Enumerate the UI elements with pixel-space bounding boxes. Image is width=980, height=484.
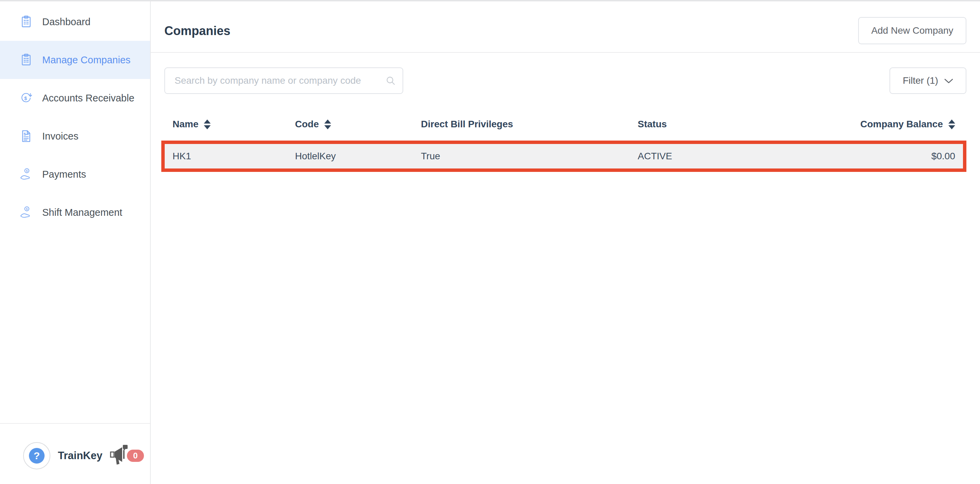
page-title: Companies	[164, 24, 231, 38]
announcements-widget[interactable]: 0	[110, 445, 144, 466]
sort-icon[interactable]	[324, 119, 331, 129]
top-divider	[0, 0, 980, 2]
sort-icon[interactable]	[948, 119, 955, 129]
sidebar-item-label: Invoices	[42, 131, 78, 142]
sidebar-item-label: Manage Companies	[42, 54, 130, 66]
main-content: Companies Add New Company Filter (1)	[151, 2, 980, 484]
filter-button[interactable]: Filter (1)	[889, 67, 966, 94]
sidebar-item-payments[interactable]: $ Payments	[0, 155, 150, 193]
table-header-row: Name Code Direct Bill Privileges Status …	[161, 114, 966, 135]
annotation-highlight-box: HK1 HotlelKey True ACTIVE $0.00	[161, 140, 966, 172]
cell-direct-bill-privileges: True	[421, 151, 638, 162]
trainkey-brand-label: TrainKey	[58, 450, 102, 462]
table-row-hk1[interactable]: HK1 HotlelKey True ACTIVE $0.00	[165, 144, 963, 169]
column-header-company-balance[interactable]: Company Balance	[832, 119, 955, 130]
sidebar-item-invoices[interactable]: $ Invoices	[0, 117, 150, 155]
sidebar-item-label: Accounts Receivable	[42, 92, 134, 104]
svg-text:$: $	[24, 96, 27, 101]
column-label: Status	[638, 119, 667, 130]
column-header-code[interactable]: Code	[295, 119, 421, 130]
companies-table: Name Code Direct Bill Privileges Status …	[161, 114, 966, 172]
hand-coin-icon: $	[20, 206, 33, 219]
cell-company-balance: $0.00	[832, 151, 955, 162]
column-header-status: Status	[638, 119, 832, 130]
clipboard-list-icon	[20, 53, 33, 66]
column-label: Name	[172, 119, 198, 130]
column-label: Code	[295, 119, 319, 130]
clipboard-list-icon	[20, 15, 33, 28]
megaphone-icon	[110, 445, 129, 466]
cell-status: ACTIVE	[638, 151, 832, 162]
sort-icon[interactable]	[204, 119, 211, 129]
cell-name: HK1	[172, 151, 295, 162]
svg-text:$: $	[26, 169, 28, 173]
sidebar-item-dashboard[interactable]: Dashboard	[0, 3, 150, 41]
hand-coin-icon: $	[20, 168, 33, 181]
chevron-down-icon	[944, 75, 953, 86]
search-icon	[385, 76, 396, 87]
toolbar: Filter (1)	[151, 67, 980, 94]
column-header-name[interactable]: Name	[172, 119, 295, 130]
sidebar-item-shift-management[interactable]: $ Shift Management	[0, 193, 150, 231]
sidebar-item-label: Dashboard	[42, 16, 91, 27]
cell-code: HotlelKey	[295, 151, 421, 162]
add-new-company-button[interactable]: Add New Company	[858, 17, 966, 44]
svg-text:$: $	[24, 132, 26, 136]
invoice-document-icon: $	[20, 130, 33, 143]
filter-label: Filter (1)	[903, 75, 938, 86]
sidebar-item-manage-companies[interactable]: Manage Companies	[0, 41, 150, 79]
sidebar-nav: Dashboard Manage Companies $	[0, 0, 150, 231]
search-box	[164, 67, 403, 94]
column-label: Direct Bill Privileges	[421, 119, 513, 130]
column-label: Company Balance	[860, 119, 943, 130]
question-mark-icon: ?	[29, 448, 45, 463]
column-header-direct-bill-privileges: Direct Bill Privileges	[421, 119, 638, 130]
money-receive-icon: $	[20, 92, 33, 105]
sidebar-item-label: Payments	[42, 169, 86, 180]
svg-text:$: $	[26, 207, 28, 211]
help-button[interactable]: ?	[23, 442, 50, 470]
page-header: Companies Add New Company	[151, 2, 980, 53]
sidebar-footer: ? TrainKey 0	[0, 423, 150, 484]
notification-badge: 0	[127, 450, 144, 462]
sidebar-item-accounts-receivable[interactable]: $ Accounts Receivable	[0, 79, 150, 117]
sidebar: Dashboard Manage Companies $	[0, 0, 151, 484]
search-input[interactable]	[164, 67, 403, 94]
sidebar-item-label: Shift Management	[42, 207, 122, 218]
